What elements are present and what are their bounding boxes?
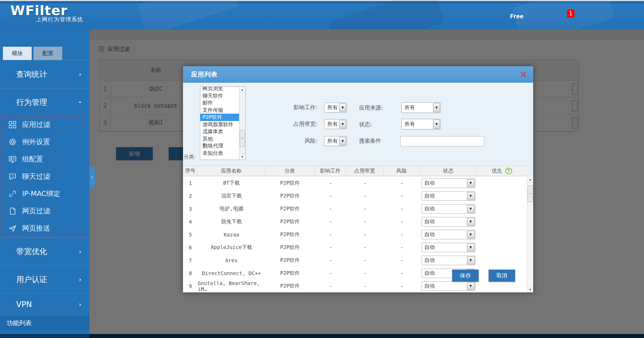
status-select[interactable]: 自动 ▼: [422, 191, 475, 201]
dropdown-arrow-icon[interactable]: ▼: [467, 192, 475, 200]
category-option[interactable]: 翻墙代理: [200, 142, 239, 150]
app-table-row[interactable]: 7 Ares P2P软件 - - - 自动 ▼: [183, 254, 527, 267]
app-bandwidth: -: [346, 189, 384, 202]
sidebar-item-group-config[interactable]: 组配置: [2, 151, 85, 168]
status-select[interactable]: 自动 ▼: [422, 230, 475, 239]
dropdown-arrow-icon[interactable]: ▼: [433, 103, 440, 112]
dropdown-arrow-icon[interactable]: ▼: [467, 218, 475, 226]
dropdown-arrow-icon[interactable]: ▼: [339, 103, 346, 112]
priority-cell: [477, 254, 527, 267]
category-option[interactable]: 其他: [200, 135, 239, 143]
save-button[interactable]: 保存: [452, 270, 479, 282]
row-number: 3: [183, 202, 198, 215]
app-table-row[interactable]: 6 AppleJuice下载 P2P软件 - - - 自动 ▼: [183, 241, 527, 254]
select-value: 所有: [324, 103, 339, 112]
app-name: Gnutella, BearShare, iM…: [198, 280, 265, 292]
sidebar-item-ip-mac-binding[interactable]: IP-MAC绑定: [2, 185, 85, 202]
source-filter-select[interactable]: 所有 ▼: [401, 102, 441, 113]
alert-badge[interactable]: 1: [567, 10, 574, 18]
status-select[interactable]: 自动 ▼: [422, 178, 475, 188]
sidebar-item-exceptions[interactable]: 例外设置: [2, 134, 85, 151]
app-table-row[interactable]: 5 Kazaa P2P软件 - - - 自动 ▼: [183, 228, 527, 241]
category-option[interactable]: 流媒体类: [200, 128, 239, 135]
submenu-label: 应用过滤: [22, 120, 50, 129]
scroll-down-icon[interactable]: ▼: [239, 154, 245, 160]
status-select[interactable]: 自动 ▼: [422, 204, 475, 214]
category-option[interactable]: 聊天软件: [200, 92, 239, 100]
app-list-dialog: 应用列表 × 网页浏览 聊天软件 邮件 文件传输 P2P软件 游戏股票软件: [183, 66, 533, 292]
search-input[interactable]: [400, 136, 484, 146]
status-filter-select[interactable]: 所有 ▼: [401, 119, 441, 129]
webpage-icon: [8, 206, 17, 216]
scrollbar-thumb[interactable]: ≡: [528, 185, 533, 202]
bandwidth-filter-label: 占用带宽:: [282, 119, 317, 129]
app-impact: -: [315, 254, 346, 267]
category-listbox[interactable]: 网页浏览 聊天软件 邮件 文件传输 P2P软件 游戏股票软件 流媒体类 其他 翻…: [200, 86, 246, 160]
app-impact: -: [315, 241, 346, 254]
tab-config[interactable]: 配置: [34, 47, 62, 60]
status-select[interactable]: 自动 ▼: [422, 256, 475, 265]
chevron-right-icon: ›: [79, 301, 81, 308]
sidebar-item-user-auth[interactable]: 用户认证 ›: [0, 266, 89, 293]
app-table-header: 序号 应用名称 分类 影响工作 占用带宽 风险 状态 优先 ?: [183, 166, 527, 176]
close-icon[interactable]: ×: [520, 69, 527, 79]
dropdown-arrow-icon[interactable]: ▼: [467, 256, 475, 264]
status-select[interactable]: 自动 ▼: [422, 217, 475, 227]
help-icon[interactable]: ?: [506, 168, 512, 174]
select-value: 所有: [402, 103, 433, 113]
sidebar-item-query-stats[interactable]: 查询统计 ›: [0, 60, 89, 88]
dropdown-arrow-icon[interactable]: ▼: [339, 120, 346, 128]
status-select[interactable]: 自动 ▼: [422, 243, 475, 252]
dropdown-arrow-icon[interactable]: ▼: [467, 179, 475, 187]
sidebar-collapse-handle[interactable]: ‹: [89, 166, 95, 188]
status-select[interactable]: 自动 ▼: [422, 281, 475, 291]
app-table-row[interactable]: 4 脱兔下载 P2P软件 - - - 自动 ▼: [183, 215, 527, 228]
sidebar-item-vpn[interactable]: VPN ›: [0, 293, 89, 316]
cancel-button[interactable]: 取消: [489, 270, 515, 282]
dropdown-arrow-icon[interactable]: ▼: [467, 205, 475, 213]
app-table-row[interactable]: 2 迅雷下载 P2P软件 - - - 自动 ▼: [183, 189, 527, 202]
tab-modules[interactable]: 模块: [3, 47, 32, 60]
sidebar-item-bandwidth[interactable]: 带宽优化 ›: [0, 237, 89, 266]
category-option[interactable]: P2P软件: [200, 114, 239, 121]
category-option[interactable]: 游戏股票软件: [200, 121, 239, 128]
dropdown-arrow-icon[interactable]: ▼: [339, 137, 346, 145]
scrollbar-thumb[interactable]: ≡: [240, 130, 245, 147]
listbox-scrollbar[interactable]: ▲ ≡ ▼: [239, 87, 245, 160]
category-option[interactable]: 邮件: [200, 99, 239, 107]
header-cell-priority: 优先 ?: [477, 166, 527, 176]
app-category: P2P软件: [265, 280, 315, 292]
status-filter-label: 状态:: [359, 120, 392, 129]
sidebar-item-web-push[interactable]: 网页推送: [2, 220, 85, 237]
sidebar-item-web-filter[interactable]: 网页过滤: [2, 202, 85, 220]
dropdown-arrow-icon[interactable]: ▼: [433, 120, 440, 129]
category-option[interactable]: 网页浏览: [200, 86, 239, 92]
row-number: 1: [183, 177, 198, 189]
header-cell-num: 序号: [183, 166, 198, 176]
table-scrollbar[interactable]: ▲ ≡ ▼: [527, 177, 533, 292]
impact-filter-select[interactable]: 所有 ▼: [324, 103, 347, 113]
sidebar-item-app-filter[interactable]: 应用过滤: [2, 116, 85, 134]
select-value: 自动: [422, 230, 467, 239]
sidebar: 模块 配置 查询统计 › 行为管理 › 应用过滤 例外设置: [0, 29, 89, 338]
sidebar-item-chat-filter[interactable]: 聊天过滤: [2, 168, 85, 185]
dropdown-arrow-icon[interactable]: ▼: [467, 231, 475, 239]
app-table-row[interactable]: 1 BT下载 P2P软件 - - - 自动 ▼: [183, 177, 527, 189]
select-value: 自动: [422, 179, 467, 188]
bandwidth-filter-select[interactable]: 所有 ▼: [324, 119, 347, 129]
row-number: 7: [183, 254, 198, 267]
scroll-up-icon[interactable]: ▲: [527, 177, 533, 182]
risk-filter-select[interactable]: 所有 ▼: [324, 136, 347, 146]
app-table-row[interactable]: 3 电驴,电骡 P2P软件 - - - 自动 ▼: [183, 202, 527, 215]
submenu-label: 例外设置: [22, 137, 50, 147]
sidebar-item-function-list[interactable]: 功能列表: [0, 316, 89, 330]
sidebar-item-behavior-mgmt[interactable]: 行为管理 ›: [0, 88, 89, 116]
dropdown-arrow-icon[interactable]: ▼: [467, 282, 475, 290]
dropdown-arrow-icon[interactable]: ▼: [467, 243, 475, 252]
category-option[interactable]: 文件传输: [200, 107, 239, 114]
priority-cell: [477, 177, 527, 189]
scroll-up-icon[interactable]: ▲: [239, 87, 245, 93]
category-option[interactable]: 未知分类: [200, 150, 239, 157]
keyboard-decor: [328, 0, 445, 29]
scroll-down-icon[interactable]: ▼: [527, 287, 533, 292]
